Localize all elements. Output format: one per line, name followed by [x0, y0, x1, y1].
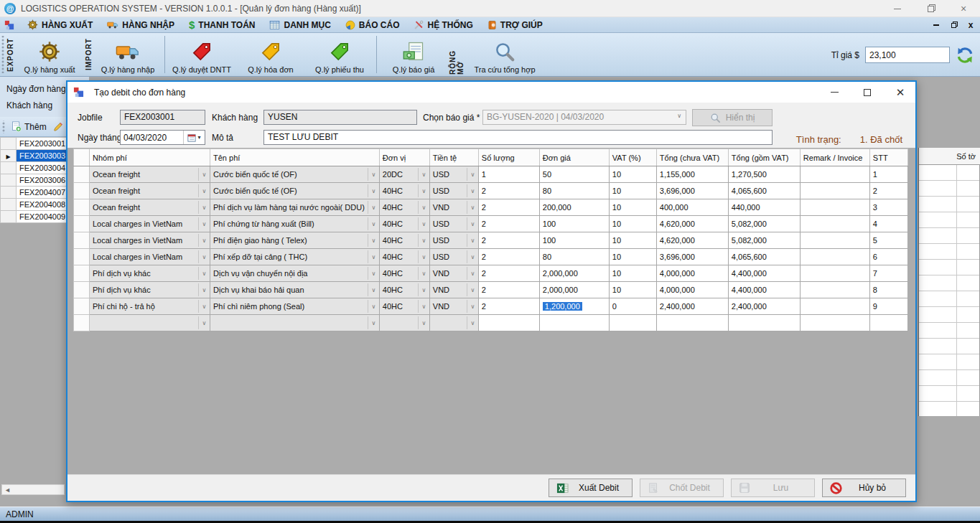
unit-cell[interactable]: 40HC∨ [379, 183, 429, 199]
export-debit-button[interactable]: Xuất Debit [549, 479, 633, 497]
table-row[interactable]: ∨ ∨ ∨ ∨ [74, 315, 908, 331]
fee-name-cell[interactable]: Cước biển quốc tế (OF)∨ [210, 166, 380, 183]
stt-cell[interactable]: 1 [869, 166, 907, 183]
stt-cell[interactable]: 5 [869, 232, 907, 249]
chevron-down-icon[interactable]: ∨ [198, 250, 210, 263]
chevron-down-icon[interactable]: ∨ [198, 283, 210, 296]
currency-cell[interactable]: ∨ [429, 315, 478, 331]
minimize-button[interactable] [881, 0, 914, 17]
col-header-group[interactable]: Nhóm phí [90, 149, 210, 166]
save-button[interactable]: Lưu [731, 479, 815, 497]
table-row[interactable]: Phí dịch vụ khác∨ Dịch vụ vận chuyển nội… [74, 265, 908, 282]
mdi-minimize-button[interactable] [930, 19, 943, 31]
chevron-down-icon[interactable]: ∨ [198, 267, 210, 280]
total-inc-vat-cell[interactable]: 5,082,000 [728, 232, 800, 249]
quote-combo[interactable]: BG-YUSEN-2020 | 04/03/2020∨ [482, 110, 686, 125]
fee-group-cell[interactable]: Phí dịch vụ khác∨ [90, 265, 210, 282]
col-header-fee[interactable]: Tên phí [210, 149, 380, 166]
date-picker[interactable]: 04/03/2020 ▾ [120, 130, 205, 145]
chevron-down-icon[interactable]: ∨ [418, 217, 429, 230]
qty-cell[interactable]: 2 [478, 199, 539, 216]
col-header-total-inc[interactable]: Tổng (gồm VAT) [728, 149, 800, 166]
chevron-down-icon[interactable]: ∨ [418, 168, 429, 181]
remark-cell[interactable] [800, 298, 869, 315]
chevron-down-icon[interactable]: ∨ [467, 201, 478, 214]
chevron-down-icon[interactable]: ∨ [418, 300, 429, 313]
remark-cell[interactable] [800, 265, 869, 282]
total-ex-vat-cell[interactable]: 400,000 [656, 199, 728, 216]
chevron-down-icon[interactable]: ∨ [368, 217, 379, 230]
fee-group-cell[interactable]: Local charges in VietNam∨ [90, 232, 210, 249]
menu-thanh-toan[interactable]: $ THANH TOÁN [182, 17, 262, 33]
fee-name-cell[interactable]: Cước biển quốc tế (OF)∨ [210, 183, 380, 199]
toolbar-qly-phieu-thu-button[interactable]: Q.lý phiếu thu [305, 33, 374, 76]
refresh-icon[interactable] [956, 46, 974, 65]
chevron-down-icon[interactable]: ∨ [418, 184, 429, 197]
currency-cell[interactable]: VND∨ [429, 265, 478, 282]
calendar-icon[interactable]: ▾ [183, 131, 205, 144]
chevron-down-icon[interactable]: ∨ [368, 250, 379, 263]
dialog-minimize-button[interactable] [826, 85, 842, 100]
menu-bao-cao[interactable]: BÁO CÁO [338, 17, 407, 33]
stt-cell[interactable]: 2 [869, 183, 907, 199]
fee-name-cell[interactable]: Phí chứng từ hàng xuất (Bill)∨ [210, 216, 380, 232]
show-button[interactable]: Hiển thị [692, 109, 773, 126]
total-ex-vat-cell[interactable]: 3,696,000 [656, 249, 728, 265]
table-row[interactable]: Phí chi hộ - trả hộ∨ Phí chì niêm phong … [74, 298, 908, 315]
currency-cell[interactable]: USD∨ [429, 216, 478, 232]
vat-cell[interactable]: 10 [609, 166, 656, 183]
customer-field[interactable]: YUSEN [263, 110, 417, 125]
total-inc-vat-cell[interactable]: 5,082,000 [728, 216, 800, 232]
price-cell[interactable]: 2,000,000 [539, 282, 609, 298]
remark-cell[interactable] [800, 199, 869, 216]
table-row[interactable]: Ocean freight∨ Phí dịch vụ làm hàng tại … [74, 199, 908, 216]
chevron-down-icon[interactable]: ∨ [368, 201, 379, 214]
vat-cell[interactable]: 10 [609, 282, 656, 298]
total-ex-vat-cell[interactable]: 4,000,000 [656, 282, 728, 298]
price-cell[interactable]: 2,000,000 [539, 265, 609, 282]
unit-cell[interactable]: 40HC∨ [379, 282, 429, 298]
fee-group-cell[interactable]: ∨ [90, 315, 210, 331]
total-ex-vat-cell[interactable]: 2,400,000 [656, 298, 728, 315]
vat-cell[interactable]: 10 [609, 265, 656, 282]
currency-cell[interactable]: USD∨ [429, 232, 478, 249]
col-header-currency[interactable]: Tiền tệ [429, 149, 478, 166]
vat-cell[interactable]: 10 [609, 216, 656, 232]
remark-cell[interactable] [800, 216, 869, 232]
chevron-down-icon[interactable]: ∨ [467, 283, 478, 296]
total-inc-vat-cell[interactable] [728, 315, 800, 331]
chevron-down-icon[interactable]: ∨ [467, 234, 478, 247]
qty-cell[interactable]: 2 [478, 282, 539, 298]
fee-group-cell[interactable]: Phí chi hộ - trả hộ∨ [90, 298, 210, 315]
stt-cell[interactable]: 3 [869, 199, 907, 216]
edit-job-button[interactable] [50, 120, 65, 133]
fee-group-cell[interactable]: Local charges in VietNam∨ [90, 216, 210, 232]
chevron-down-icon[interactable]: ∨ [467, 184, 478, 197]
menu-hang-nhap[interactable]: HÀNG NHẬP [100, 17, 182, 33]
price-cell[interactable] [539, 315, 609, 331]
toolbar-qly-duyet-dntt-button[interactable]: Q.lý duyệt DNTT [167, 33, 236, 76]
mdi-close-button[interactable]: x [964, 19, 977, 31]
description-field[interactable]: TEST LƯU DEBIT [263, 130, 773, 145]
toolbar-qly-bao-gia-button[interactable]: Q.lý báo giá [379, 33, 448, 76]
table-row[interactable]: Ocean freight∨ Cước biển quốc tế (OF)∨ 4… [74, 183, 908, 199]
vat-cell[interactable]: 10 [609, 249, 656, 265]
qty-cell[interactable]: 1 [478, 166, 539, 183]
cancel-button[interactable]: Hủy bỏ [822, 479, 906, 497]
mdi-restore-button[interactable] [947, 19, 960, 31]
vat-cell[interactable]: 10 [609, 199, 656, 216]
price-cell[interactable]: 100 [539, 232, 609, 249]
price-cell[interactable]: 50 [539, 166, 609, 183]
chevron-down-icon[interactable]: ∨ [467, 316, 478, 329]
unit-cell[interactable]: 40HC∨ [379, 265, 429, 282]
fee-name-cell[interactable]: Phí điện giao hàng ( Telex)∨ [210, 232, 380, 249]
chevron-down-icon[interactable]: ∨ [368, 316, 379, 329]
dialog-title-bar[interactable]: Tạo debit cho đơn hàng ✕ [67, 82, 915, 103]
chevron-down-icon[interactable]: ∨ [198, 300, 210, 313]
stt-cell[interactable]: 4 [869, 216, 907, 232]
col-header-stt[interactable]: STT [869, 149, 907, 166]
restore-button[interactable] [914, 0, 947, 17]
price-cell[interactable]: 100 [539, 216, 609, 232]
total-inc-vat-cell[interactable]: 4,400,000 [728, 265, 800, 282]
chevron-down-icon[interactable]: ∨ [467, 217, 478, 230]
